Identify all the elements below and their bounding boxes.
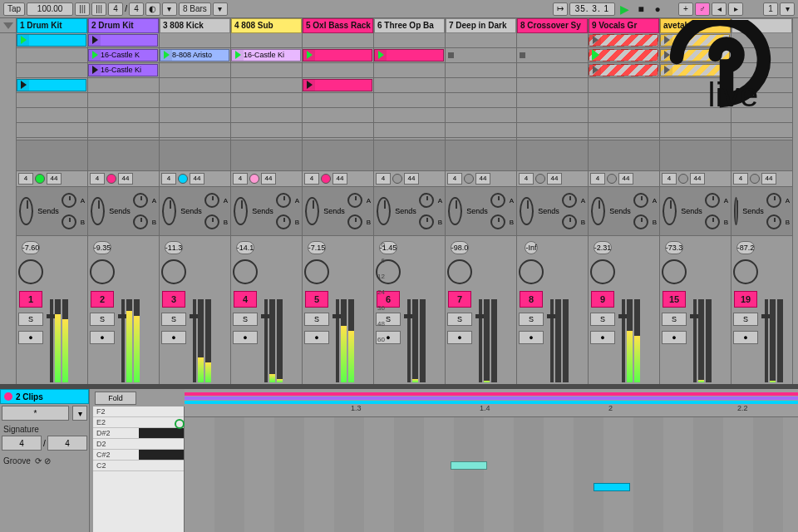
clip-play-button[interactable] (160, 50, 172, 61)
empty-clip-slot[interactable] (732, 123, 792, 137)
sig-num-field[interactable]: 4 (2, 436, 42, 451)
send-a-knob[interactable] (62, 193, 76, 208)
empty-clip-slot[interactable] (517, 93, 588, 107)
send-a-knob[interactable] (766, 193, 781, 208)
send-knob[interactable] (162, 197, 176, 225)
volume-fader[interactable] (622, 299, 625, 382)
track-activator[interactable]: 2 (91, 291, 114, 308)
send-a-knob[interactable] (133, 193, 148, 208)
automation-arm-icon[interactable]: ♂ (695, 2, 710, 16)
arm-button[interactable]: ● (233, 331, 258, 344)
track-header[interactable]: 9 Vocals Gr (589, 18, 659, 33)
empty-clip-slot[interactable] (88, 78, 159, 92)
empty-clip-slot[interactable] (231, 108, 302, 122)
send-a-knob[interactable] (419, 193, 434, 208)
empty-clip-slot[interactable] (160, 123, 230, 137)
empty-clip-slot[interactable] (374, 78, 445, 92)
route-b[interactable]: 44 (118, 173, 133, 185)
clip[interactable] (17, 34, 86, 47)
empty-clip-slot[interactable] (517, 123, 588, 137)
clip[interactable] (88, 34, 158, 47)
solo-button[interactable]: S (447, 313, 472, 326)
clip[interactable] (660, 49, 730, 62)
send-b-knob[interactable] (490, 214, 505, 229)
arm-button[interactable]: ● (590, 331, 615, 344)
empty-clip-slot[interactable] (446, 63, 516, 77)
route-a[interactable]: 4 (90, 173, 105, 185)
clip-play-button[interactable] (89, 65, 101, 76)
clip[interactable] (589, 64, 658, 76)
arm-button[interactable]: ● (90, 331, 115, 344)
empty-clip-slot[interactable] (660, 93, 731, 107)
song-position[interactable]: 35. 3. 1 (569, 2, 615, 16)
pan-knob[interactable] (18, 259, 43, 284)
clip-play-button[interactable] (661, 65, 672, 76)
send-b-knob[interactable] (766, 214, 781, 229)
track-header[interactable]: 3 808 Kick (160, 18, 230, 33)
pan-knob[interactable] (519, 259, 544, 284)
track-header[interactable]: 7 Deep in Dark (446, 18, 516, 33)
loop-region[interactable] (185, 392, 798, 396)
send-knob[interactable] (234, 197, 248, 225)
clip[interactable] (303, 79, 372, 91)
route-b[interactable]: 44 (618, 173, 633, 185)
empty-clip-slot[interactable] (446, 33, 516, 47)
clip[interactable]: 16-Castle Ki (88, 64, 158, 76)
empty-clip-slot[interactable] (231, 33, 302, 47)
bpm-field[interactable]: 100.00 (27, 2, 73, 16)
empty-clip-slot[interactable] (303, 123, 373, 137)
solo-button[interactable]: S (733, 313, 758, 326)
route-dot-icon[interactable] (392, 174, 402, 184)
send-b-knob[interactable] (62, 214, 76, 229)
send-knob[interactable] (591, 197, 605, 225)
send-knob[interactable] (448, 197, 462, 225)
empty-clip-slot[interactable] (160, 33, 230, 47)
volume-readout[interactable]: -9.35 (93, 241, 112, 254)
track-header[interactable]: 8 Crossover Sy (517, 18, 588, 33)
pan-knob[interactable] (90, 259, 115, 284)
empty-clip-slot[interactable] (374, 63, 445, 77)
empty-clip-slot[interactable] (517, 63, 588, 77)
pan-knob[interactable] (590, 259, 615, 284)
sig-den[interactable]: 4 (129, 2, 144, 16)
send-b-knob[interactable] (562, 214, 577, 229)
loop-start-icon[interactable] (175, 419, 185, 429)
overdub-icon[interactable]: + (678, 2, 693, 16)
send-knob[interactable] (520, 197, 534, 225)
route-a[interactable]: 4 (662, 173, 677, 185)
empty-clip-slot[interactable] (88, 123, 159, 137)
route-b[interactable]: 44 (690, 173, 705, 185)
solo-button[interactable]: S (519, 313, 544, 326)
tempo-nudge-down-icon[interactable]: ||| (75, 2, 90, 16)
route-dot-icon[interactable] (178, 174, 188, 184)
route-dot-icon[interactable] (464, 174, 474, 184)
send-knob[interactable] (305, 197, 319, 225)
track-activator[interactable]: 4 (234, 291, 257, 308)
clip-play-button[interactable] (661, 35, 672, 46)
volume-fader[interactable] (550, 299, 554, 382)
empty-clip-slot[interactable] (660, 108, 731, 122)
send-a-knob[interactable] (347, 193, 362, 208)
empty-clip-slot[interactable] (374, 108, 445, 122)
route-a[interactable]: 4 (519, 173, 534, 185)
send-a-knob[interactable] (705, 193, 720, 208)
send-a-knob[interactable] (633, 193, 648, 208)
fwd-icon[interactable]: ▸ (728, 2, 743, 16)
empty-clip-slot[interactable] (303, 63, 373, 77)
track-header[interactable]: 1 Drum Kit (17, 18, 87, 33)
pan-knob[interactable] (161, 259, 186, 284)
empty-clip-slot[interactable] (732, 63, 792, 77)
volume-fader[interactable] (693, 299, 697, 382)
empty-clip-slot[interactable] (589, 108, 659, 122)
pan-knob[interactable] (447, 259, 472, 284)
volume-readout[interactable]: -14.1 (236, 241, 255, 254)
pan-knob[interactable] (733, 259, 758, 284)
clip-stop-button[interactable] (446, 48, 456, 62)
empty-clip-slot[interactable] (446, 123, 516, 137)
volume-readout[interactable]: -Inf (525, 241, 537, 254)
loop-region[interactable] (185, 397, 798, 400)
empty-clip-slot[interactable] (17, 93, 87, 107)
solo-button[interactable]: S (18, 313, 43, 326)
piano-key[interactable]: F2 (93, 406, 184, 417)
send-knob[interactable] (377, 197, 391, 225)
